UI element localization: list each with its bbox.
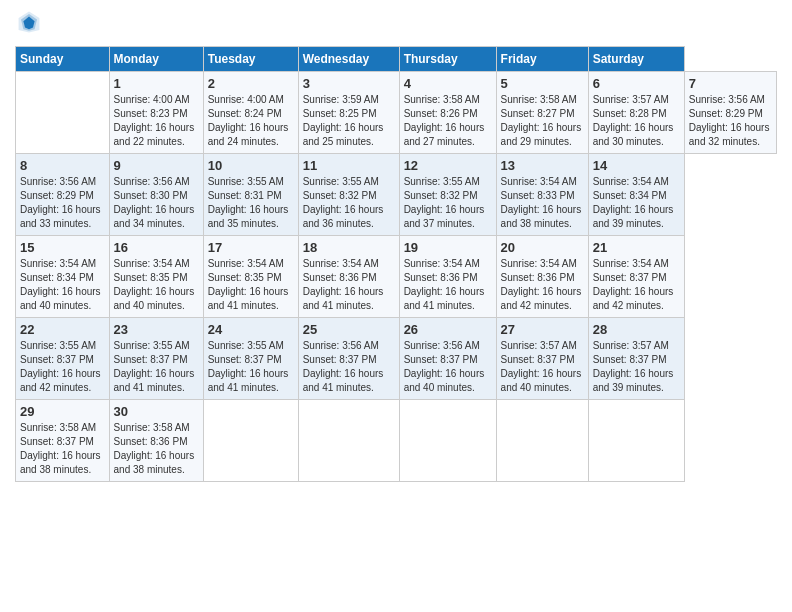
logo-icon [17, 10, 41, 34]
calendar-week-row: 1 Sunrise: 4:00 AMSunset: 8:23 PMDayligh… [16, 72, 777, 154]
calendar-week-row: 22 Sunrise: 3:55 AMSunset: 8:37 PMDaylig… [16, 318, 777, 400]
calendar-cell: 19 Sunrise: 3:54 AMSunset: 8:36 PMDaylig… [399, 236, 496, 318]
calendar-cell [16, 72, 110, 154]
calendar-cell: 4 Sunrise: 3:58 AMSunset: 8:26 PMDayligh… [399, 72, 496, 154]
col-monday: Monday [109, 47, 203, 72]
calendar-cell: 6 Sunrise: 3:57 AMSunset: 8:28 PMDayligh… [588, 72, 684, 154]
day-detail: Sunrise: 3:54 AMSunset: 8:37 PMDaylight:… [593, 257, 680, 313]
day-detail: Sunrise: 4:00 AMSunset: 8:23 PMDaylight:… [114, 93, 199, 149]
day-number: 27 [501, 322, 584, 337]
day-number: 30 [114, 404, 199, 419]
day-detail: Sunrise: 3:55 AMSunset: 8:37 PMDaylight:… [114, 339, 199, 395]
day-number: 15 [20, 240, 105, 255]
page-container: Sunday Monday Tuesday Wednesday Thursday… [0, 0, 792, 492]
day-number: 4 [404, 76, 492, 91]
day-detail: Sunrise: 3:57 AMSunset: 8:28 PMDaylight:… [593, 93, 680, 149]
day-detail: Sunrise: 3:55 AMSunset: 8:37 PMDaylight:… [20, 339, 105, 395]
page-header [15, 10, 777, 38]
day-number: 17 [208, 240, 294, 255]
day-number: 28 [593, 322, 680, 337]
calendar-cell: 16 Sunrise: 3:54 AMSunset: 8:35 PMDaylig… [109, 236, 203, 318]
day-detail: Sunrise: 3:54 AMSunset: 8:35 PMDaylight:… [208, 257, 294, 313]
calendar-cell [298, 400, 399, 482]
day-number: 10 [208, 158, 294, 173]
calendar-cell: 25 Sunrise: 3:56 AMSunset: 8:37 PMDaylig… [298, 318, 399, 400]
day-number: 21 [593, 240, 680, 255]
calendar-cell: 17 Sunrise: 3:54 AMSunset: 8:35 PMDaylig… [203, 236, 298, 318]
calendar-cell: 1 Sunrise: 4:00 AMSunset: 8:23 PMDayligh… [109, 72, 203, 154]
day-detail: Sunrise: 4:00 AMSunset: 8:24 PMDaylight:… [208, 93, 294, 149]
calendar-cell: 22 Sunrise: 3:55 AMSunset: 8:37 PMDaylig… [16, 318, 110, 400]
day-number: 6 [593, 76, 680, 91]
day-number: 2 [208, 76, 294, 91]
day-detail: Sunrise: 3:59 AMSunset: 8:25 PMDaylight:… [303, 93, 395, 149]
calendar-week-row: 29 Sunrise: 3:58 AMSunset: 8:37 PMDaylig… [16, 400, 777, 482]
day-detail: Sunrise: 3:56 AMSunset: 8:29 PMDaylight:… [689, 93, 772, 149]
col-thursday: Thursday [399, 47, 496, 72]
day-number: 8 [20, 158, 105, 173]
calendar-cell: 9 Sunrise: 3:56 AMSunset: 8:30 PMDayligh… [109, 154, 203, 236]
calendar-cell: 23 Sunrise: 3:55 AMSunset: 8:37 PMDaylig… [109, 318, 203, 400]
calendar-cell [496, 400, 588, 482]
day-number: 9 [114, 158, 199, 173]
day-number: 11 [303, 158, 395, 173]
calendar-cell: 14 Sunrise: 3:54 AMSunset: 8:34 PMDaylig… [588, 154, 684, 236]
day-number: 1 [114, 76, 199, 91]
day-detail: Sunrise: 3:57 AMSunset: 8:37 PMDaylight:… [593, 339, 680, 395]
col-wednesday: Wednesday [298, 47, 399, 72]
calendar-cell: 15 Sunrise: 3:54 AMSunset: 8:34 PMDaylig… [16, 236, 110, 318]
col-saturday: Saturday [588, 47, 684, 72]
col-friday: Friday [496, 47, 588, 72]
calendar-cell: 7 Sunrise: 3:56 AMSunset: 8:29 PMDayligh… [684, 72, 776, 154]
day-number: 5 [501, 76, 584, 91]
calendar-cell [399, 400, 496, 482]
day-detail: Sunrise: 3:55 AMSunset: 8:32 PMDaylight:… [404, 175, 492, 231]
day-number: 16 [114, 240, 199, 255]
day-number: 23 [114, 322, 199, 337]
day-detail: Sunrise: 3:57 AMSunset: 8:37 PMDaylight:… [501, 339, 584, 395]
calendar-cell: 20 Sunrise: 3:54 AMSunset: 8:36 PMDaylig… [496, 236, 588, 318]
day-number: 24 [208, 322, 294, 337]
col-sunday: Sunday [16, 47, 110, 72]
logo [15, 10, 41, 38]
day-detail: Sunrise: 3:58 AMSunset: 8:36 PMDaylight:… [114, 421, 199, 477]
calendar-cell: 13 Sunrise: 3:54 AMSunset: 8:33 PMDaylig… [496, 154, 588, 236]
day-detail: Sunrise: 3:54 AMSunset: 8:33 PMDaylight:… [501, 175, 584, 231]
calendar-week-row: 15 Sunrise: 3:54 AMSunset: 8:34 PMDaylig… [16, 236, 777, 318]
calendar-week-row: 8 Sunrise: 3:56 AMSunset: 8:29 PMDayligh… [16, 154, 777, 236]
calendar-cell: 11 Sunrise: 3:55 AMSunset: 8:32 PMDaylig… [298, 154, 399, 236]
day-number: 20 [501, 240, 584, 255]
day-detail: Sunrise: 3:54 AMSunset: 8:34 PMDaylight:… [20, 257, 105, 313]
calendar-cell: 10 Sunrise: 3:55 AMSunset: 8:31 PMDaylig… [203, 154, 298, 236]
day-number: 13 [501, 158, 584, 173]
calendar-cell: 12 Sunrise: 3:55 AMSunset: 8:32 PMDaylig… [399, 154, 496, 236]
day-number: 3 [303, 76, 395, 91]
calendar-cell [588, 400, 684, 482]
day-number: 18 [303, 240, 395, 255]
day-detail: Sunrise: 3:54 AMSunset: 8:36 PMDaylight:… [303, 257, 395, 313]
day-number: 22 [20, 322, 105, 337]
day-detail: Sunrise: 3:55 AMSunset: 8:32 PMDaylight:… [303, 175, 395, 231]
calendar-cell: 5 Sunrise: 3:58 AMSunset: 8:27 PMDayligh… [496, 72, 588, 154]
calendar-cell [203, 400, 298, 482]
day-detail: Sunrise: 3:54 AMSunset: 8:36 PMDaylight:… [404, 257, 492, 313]
calendar-cell: 21 Sunrise: 3:54 AMSunset: 8:37 PMDaylig… [588, 236, 684, 318]
calendar-body: 1 Sunrise: 4:00 AMSunset: 8:23 PMDayligh… [16, 72, 777, 482]
day-number: 26 [404, 322, 492, 337]
day-detail: Sunrise: 3:56 AMSunset: 8:37 PMDaylight:… [404, 339, 492, 395]
day-number: 29 [20, 404, 105, 419]
calendar-cell: 3 Sunrise: 3:59 AMSunset: 8:25 PMDayligh… [298, 72, 399, 154]
day-detail: Sunrise: 3:54 AMSunset: 8:35 PMDaylight:… [114, 257, 199, 313]
col-tuesday: Tuesday [203, 47, 298, 72]
day-detail: Sunrise: 3:55 AMSunset: 8:31 PMDaylight:… [208, 175, 294, 231]
day-number: 14 [593, 158, 680, 173]
day-number: 7 [689, 76, 772, 91]
day-detail: Sunrise: 3:58 AMSunset: 8:27 PMDaylight:… [501, 93, 584, 149]
calendar-cell: 18 Sunrise: 3:54 AMSunset: 8:36 PMDaylig… [298, 236, 399, 318]
day-detail: Sunrise: 3:58 AMSunset: 8:37 PMDaylight:… [20, 421, 105, 477]
calendar-cell: 2 Sunrise: 4:00 AMSunset: 8:24 PMDayligh… [203, 72, 298, 154]
calendar-cell: 29 Sunrise: 3:58 AMSunset: 8:37 PMDaylig… [16, 400, 110, 482]
day-number: 25 [303, 322, 395, 337]
calendar-cell: 28 Sunrise: 3:57 AMSunset: 8:37 PMDaylig… [588, 318, 684, 400]
day-number: 19 [404, 240, 492, 255]
